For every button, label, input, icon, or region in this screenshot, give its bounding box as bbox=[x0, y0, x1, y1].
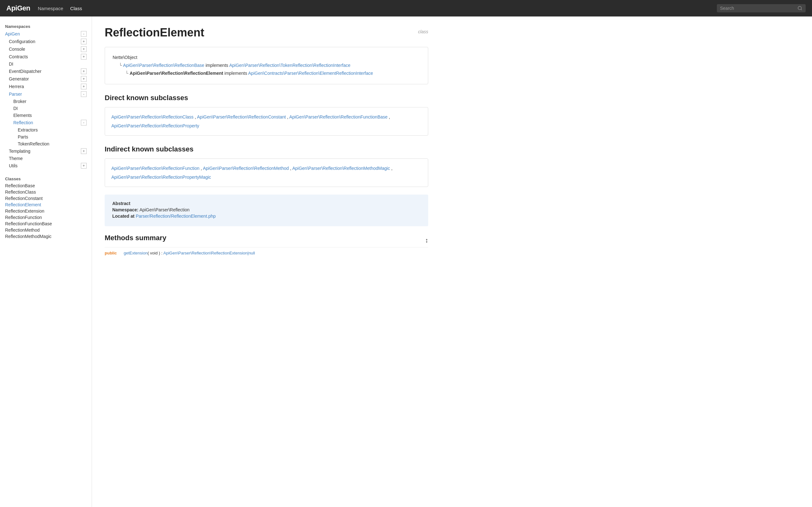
class-reflectionextension[interactable]: ReflectionExtension bbox=[5, 208, 87, 214]
direct-subclass-3[interactable]: ApiGen\Parser\Reflection\ReflectionPrope… bbox=[111, 123, 199, 128]
toggle-utils[interactable]: + bbox=[81, 163, 87, 169]
sidebar-item-broker[interactable]: Broker bbox=[0, 98, 92, 105]
method-name[interactable]: getExtension bbox=[124, 250, 148, 256]
sidebar-item-console[interactable]: Console + bbox=[0, 45, 92, 53]
inheritance-box: Nette\Object └ ApiGen\Parser\Reflection\… bbox=[105, 47, 428, 84]
inheritance-level1: └ ApiGen\Parser\Reflection\ReflectionBas… bbox=[113, 61, 420, 69]
namespaces-title: Namespaces bbox=[0, 21, 92, 30]
class-reflectionconstant[interactable]: ReflectionConstant bbox=[5, 195, 87, 202]
search-icon bbox=[798, 6, 803, 11]
method-row-getextension: public getExtension( void ) : ApiGen\Par… bbox=[105, 247, 428, 259]
direct-subclasses-title: Direct known subclasses bbox=[105, 94, 428, 102]
class-reflectionbase[interactable]: ReflectionBase bbox=[5, 182, 87, 189]
method-visibility: public bbox=[105, 250, 124, 256]
direct-subclass-0[interactable]: ApiGen\Parser\Reflection\ReflectionClass bbox=[111, 114, 194, 119]
sidebar-item-utils[interactable]: Utils + bbox=[0, 162, 92, 170]
logo: ApiGen bbox=[6, 4, 30, 12]
page-title: ReflectionElement bbox=[105, 26, 428, 39]
located-link[interactable]: Parser/Reflection/ReflectionElement.php bbox=[136, 214, 216, 219]
main-content: class ReflectionElement Nette\Object └ A… bbox=[92, 16, 441, 268]
nav-namespace[interactable]: Namespace bbox=[38, 6, 63, 11]
svg-point-0 bbox=[798, 6, 802, 10]
methods-title: Methods summary bbox=[105, 234, 166, 242]
sidebar-item-di[interactable]: DI bbox=[0, 60, 92, 67]
nav: Namespace Class bbox=[38, 6, 88, 11]
toggle-generator[interactable]: + bbox=[81, 76, 87, 82]
direct-subclasses-box: ApiGen\Parser\Reflection\ReflectionClass… bbox=[105, 107, 428, 135]
sidebar-item-configuration[interactable]: Configuration + bbox=[0, 38, 92, 45]
sidebar-item-elements[interactable]: Elements bbox=[0, 112, 92, 119]
sidebar-item-apigen[interactable]: ApiGen - bbox=[0, 30, 92, 38]
sidebar-item-theme[interactable]: Theme bbox=[0, 155, 92, 162]
indirect-subclass-3[interactable]: ApiGen\Parser\Reflection\ReflectionPrope… bbox=[111, 175, 211, 180]
sidebar-item-generator[interactable]: Generator + bbox=[0, 75, 92, 83]
sidebar-item-templating[interactable]: Templating + bbox=[0, 147, 92, 155]
toggle-eventdispatcher[interactable]: + bbox=[81, 68, 87, 74]
class-reflectionmethodmagic[interactable]: ReflectionMethodMagic bbox=[5, 233, 87, 239]
indirect-subclass-2[interactable]: ApiGen\Parser\Reflection\ReflectionMetho… bbox=[292, 166, 390, 171]
class-reflectionclass[interactable]: ReflectionClass bbox=[5, 189, 87, 195]
toggle-reflection[interactable]: - bbox=[81, 120, 87, 125]
located-row: Located at Parser/Reflection/ReflectionE… bbox=[112, 214, 420, 219]
direct-subclass-2[interactable]: ApiGen\Parser\Reflection\ReflectionFunct… bbox=[289, 114, 388, 119]
toggle-templating[interactable]: + bbox=[81, 148, 87, 154]
indirect-subclasses-box: ApiGen\Parser\Reflection\ReflectionFunct… bbox=[105, 158, 428, 187]
sidebar-item-herrera[interactable]: Herrera + bbox=[0, 83, 92, 90]
classes-title: Classes bbox=[0, 174, 92, 182]
page-type-label: class bbox=[418, 29, 428, 34]
class-reflectionmethod[interactable]: ReflectionMethod bbox=[5, 227, 87, 233]
toggle-parser[interactable]: - bbox=[81, 91, 87, 97]
sidebar-item-parser[interactable]: Parser - bbox=[0, 90, 92, 98]
toggle-apigen[interactable]: - bbox=[81, 31, 87, 37]
inheritance-level2: └ ApiGen\Parser\Reflection\ReflectionEle… bbox=[113, 69, 420, 77]
abstract-label: Abstract bbox=[112, 201, 420, 206]
element-interface-link1[interactable]: ApiGen\Contracts\Parser\Reflection\Eleme… bbox=[248, 71, 373, 76]
direct-subclass-1[interactable]: ApiGen\Parser\Reflection\ReflectionConst… bbox=[197, 114, 286, 119]
reflectionbase-link[interactable]: ApiGen\Parser\Reflection\ReflectionBase bbox=[123, 63, 204, 68]
info-box: Abstract Namespace: ApiGen\Parser\Reflec… bbox=[105, 194, 428, 226]
current-class-name: ApiGen\Parser\Reflection\ReflectionEleme… bbox=[130, 71, 223, 76]
toggle-configuration[interactable]: + bbox=[81, 39, 87, 44]
svg-line-1 bbox=[801, 9, 802, 10]
inheritance-root: Nette\Object bbox=[113, 54, 420, 61]
sidebar-item-tokenreflection[interactable]: TokenReflection bbox=[0, 140, 92, 147]
indirect-subclasses-title: Indirect known subclasses bbox=[105, 145, 428, 153]
sidebar-item-contracts[interactable]: Contracts + bbox=[0, 53, 92, 60]
toggle-console[interactable]: + bbox=[81, 46, 87, 52]
method-return-type[interactable]: ApiGen\Parser\Reflection\ReflectionExten… bbox=[163, 250, 255, 256]
sidebar: Namespaces ApiGen - Configuration + Cons… bbox=[0, 16, 92, 268]
sort-icon[interactable]: ↕ bbox=[425, 237, 428, 244]
indirect-subclass-0[interactable]: ApiGen\Parser\Reflection\ReflectionFunct… bbox=[111, 166, 200, 171]
search-input[interactable] bbox=[720, 6, 798, 11]
layout: Namespaces ApiGen - Configuration + Cons… bbox=[0, 16, 812, 268]
toggle-herrera[interactable]: + bbox=[81, 83, 87, 89]
tokenreflection-interface-link[interactable]: ApiGen\Parser\Reflection\TokenReflection… bbox=[229, 63, 351, 68]
sidebar-item-parser-di[interactable]: DI bbox=[0, 105, 92, 112]
sidebar-item-parts[interactable]: Parts bbox=[0, 133, 92, 140]
classes-list: ReflectionBase ReflectionClass Reflectio… bbox=[0, 182, 92, 239]
toggle-contracts[interactable]: + bbox=[81, 54, 87, 60]
methods-section: Methods summary ↕ public getExtension( v… bbox=[105, 234, 428, 259]
methods-header: Methods summary ↕ bbox=[105, 234, 428, 247]
search-box bbox=[717, 4, 806, 12]
header: ApiGen Namespace Class bbox=[0, 0, 812, 16]
nav-class[interactable]: Class bbox=[70, 6, 82, 11]
class-reflectionfunctionbase[interactable]: ReflectionFunctionBase bbox=[5, 221, 87, 227]
namespace-row: Namespace: ApiGen\Parser\Reflection bbox=[112, 207, 420, 212]
sidebar-item-reflection[interactable]: Reflection - bbox=[0, 119, 92, 126]
sidebar-item-extractors[interactable]: Extractors bbox=[0, 126, 92, 133]
indirect-subclass-1[interactable]: ApiGen\Parser\Reflection\ReflectionMetho… bbox=[203, 166, 289, 171]
class-reflectionelement[interactable]: ReflectionElement bbox=[5, 202, 87, 208]
class-reflectionfunction[interactable]: ReflectionFunction bbox=[5, 214, 87, 221]
sidebar-item-eventdispatcher[interactable]: EventDispatcher + bbox=[0, 67, 92, 75]
